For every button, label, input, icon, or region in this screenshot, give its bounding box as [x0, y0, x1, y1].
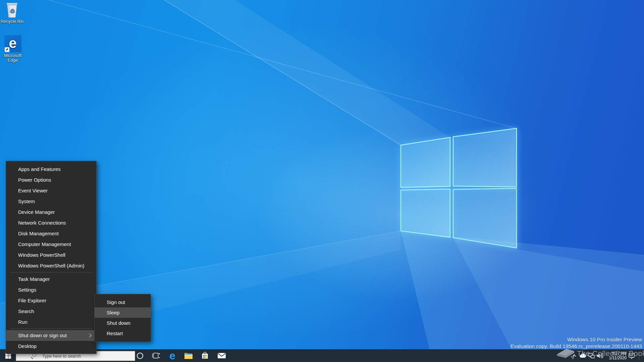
- windows-edition-line: Windows 10 Pro Insider Preview: [511, 336, 642, 343]
- edge-letter: e: [9, 36, 16, 50]
- shutdown-submenu: Sign out Sleep Shut down Restart: [94, 294, 151, 342]
- menu-item-run[interactable]: Run: [6, 317, 96, 327]
- evaluation-build-line: Evaluation copy. Build 19546.rs_prerelea…: [511, 343, 642, 350]
- desktop-icon-microsoft-edge[interactable]: e ↗ Microsoft Edge: [0, 35, 25, 63]
- search-input[interactable]: [42, 354, 135, 359]
- search-icon: [31, 353, 36, 359]
- windows-logo-pane-bottom-left: [401, 189, 450, 237]
- mail-icon: [217, 353, 226, 359]
- menu-item-apps-features[interactable]: Apps and Features: [6, 164, 96, 175]
- cortana-button[interactable]: [132, 349, 147, 362]
- shortcut-arrow-overlay: ↗: [5, 47, 9, 52]
- action-center-button[interactable]: [627, 349, 636, 362]
- menu-item-shut-down-or-sign-out[interactable]: Shut down or sign out: [6, 330, 96, 341]
- network-tray-button[interactable]: [587, 349, 595, 362]
- menu-item-file-explorer[interactable]: File Explorer: [6, 295, 96, 306]
- desktop-screen: ♻ Recycle Bin e ↗ Microsoft Edge Windows…: [0, 0, 644, 362]
- edge-tile-icon: e ↗: [4, 35, 21, 52]
- menu-item-device-manager[interactable]: Device Manager: [6, 207, 96, 218]
- mail-button[interactable]: [214, 349, 229, 362]
- cortana-icon: [137, 353, 143, 359]
- windows-logo-pane-bottom-right: [453, 188, 517, 248]
- chevron-right-icon: [88, 334, 91, 337]
- menu-item-event-viewer[interactable]: Event Viewer: [6, 185, 96, 196]
- menu-separator: [10, 328, 93, 329]
- evaluation-watermark: Windows 10 Pro Insider Preview Evaluatio…: [511, 336, 642, 349]
- desktop-icon-label: Recycle Bin: [0, 19, 25, 24]
- menu-item-system[interactable]: System: [6, 196, 96, 207]
- svg-text:♻: ♻: [10, 8, 15, 14]
- desktop-icon-recycle-bin[interactable]: ♻ Recycle Bin: [0, 2, 25, 24]
- menu-item-power-options[interactable]: Power Options: [6, 175, 96, 185]
- recycle-bin-icon: ♻: [5, 2, 19, 18]
- onedrive-tray-button[interactable]: [579, 349, 587, 362]
- volume-icon: [597, 353, 603, 359]
- winx-context-menu: Apps and Features Power Options Event Vi…: [6, 161, 97, 354]
- microsoft-store-button[interactable]: [198, 349, 212, 362]
- menu-item-computer-management[interactable]: Computer Management: [6, 239, 96, 250]
- menu-item-settings[interactable]: Settings: [6, 285, 96, 295]
- menu-item-windows-powershell[interactable]: Windows PowerShell: [6, 250, 96, 260]
- show-desktop-divider[interactable]: [639, 352, 639, 360]
- menu-item-network-connections[interactable]: Network Connections: [6, 218, 96, 228]
- menu-item-task-manager[interactable]: Task Manager: [6, 274, 96, 285]
- menu-item-desktop[interactable]: Desktop: [6, 341, 96, 352]
- submenu-item-sign-out[interactable]: Sign out: [95, 297, 151, 307]
- menu-item-label: Shut down or sign out: [18, 333, 67, 338]
- tray-clock[interactable]: 9:27 AM 1/11/2020: [605, 351, 627, 360]
- desktop-icon-label: Microsoft Edge: [0, 53, 25, 63]
- tray-date: 1/11/2020: [605, 356, 627, 360]
- submenu-item-sleep[interactable]: Sleep: [95, 307, 151, 318]
- onedrive-cloud-icon: [580, 353, 586, 358]
- submenu-item-shut-down[interactable]: Shut down: [95, 318, 151, 328]
- file-explorer-button[interactable]: [181, 349, 196, 362]
- volume-tray-button[interactable]: [596, 349, 604, 362]
- chevron-up-icon: [572, 354, 577, 357]
- menu-item-search[interactable]: Search: [6, 306, 96, 317]
- windows-logo-pane-top-left: [401, 137, 450, 187]
- file-explorer-icon: [184, 352, 193, 359]
- tray-time: 9:27 AM: [605, 351, 627, 356]
- windows-logo-pane-top-right: [453, 128, 517, 187]
- action-center-icon: [628, 352, 635, 359]
- hidden-icons-button[interactable]: [570, 349, 578, 362]
- network-icon: [588, 353, 595, 359]
- microsoft-store-icon: [201, 352, 209, 360]
- submenu-item-restart[interactable]: Restart: [95, 328, 151, 339]
- taskbar: e: [0, 349, 644, 362]
- task-view-button[interactable]: [149, 349, 163, 362]
- edge-icon: e: [169, 351, 175, 361]
- menu-item-windows-powershell-admin[interactable]: Windows PowerShell (Admin): [6, 260, 96, 271]
- task-view-icon: [152, 352, 160, 359]
- menu-separator: [10, 272, 93, 273]
- menu-item-disk-management[interactable]: Disk Management: [6, 228, 96, 239]
- edge-taskbar-button[interactable]: e: [165, 349, 180, 362]
